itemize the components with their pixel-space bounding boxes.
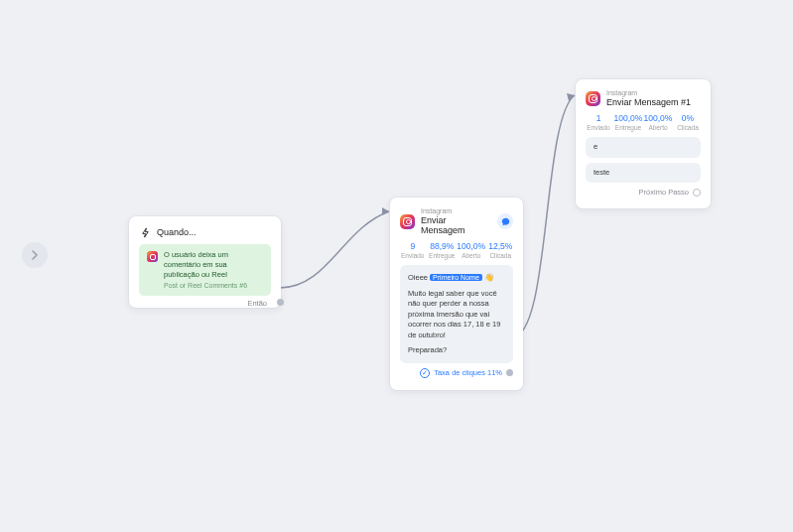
expand-sidebar-button[interactable] — [22, 242, 48, 268]
lightning-icon — [139, 226, 151, 238]
msg-text: e — [594, 142, 597, 151]
instagram-icon — [400, 214, 415, 229]
message-bubble[interactable]: teste — [586, 163, 701, 184]
instagram-icon — [147, 251, 158, 262]
stats-row: 9Enviado 88,9%Entregue 100,0%Aberto 12,5… — [398, 241, 515, 259]
trigger-condition-pill[interactable]: O usuário deixa um comentário em sua pub… — [139, 244, 271, 296]
node-title: Enviar Mensagem #1 — [606, 97, 691, 107]
output-handle[interactable] — [277, 299, 284, 306]
msg-greeting: Oieee — [408, 273, 430, 282]
output-label: Então — [247, 299, 267, 308]
svg-marker-0 — [382, 207, 389, 215]
node-subtitle: Instagram — [606, 89, 691, 96]
message-bubble[interactable]: e — [586, 137, 701, 158]
trigger-condition-sub: Post or Reel Comments #6 — [164, 281, 263, 290]
msg-body: Muito legal saber que você não quer perd… — [408, 289, 505, 341]
msg-question: Preparada? — [408, 345, 505, 356]
msg-text: teste — [594, 168, 609, 177]
click-rate-link[interactable]: Taxa de cliques 11% — [434, 368, 502, 377]
stat-sent: 9Enviado — [398, 241, 428, 259]
stats-row: 1Enviado 100,0%Entregue 100,0%Aberto 0%C… — [584, 113, 703, 131]
message-bubble[interactable]: Oieee Primeiro Nome 👋 Muito legal saber … — [400, 265, 513, 363]
output-handle[interactable] — [693, 189, 701, 197]
node-title: Quando... — [157, 227, 197, 237]
first-name-chip: Primeiro Nome — [430, 274, 482, 281]
stat-opened: 100,0%Aberto — [457, 241, 486, 259]
svg-marker-1 — [567, 93, 575, 101]
stat-delivered: 88,9%Entregue — [428, 241, 458, 259]
next-step-label: Próximo Passo — [639, 188, 689, 197]
stat-opened: 100,0%Aberto — [643, 113, 673, 131]
stat-delivered: 100,0%Entregue — [613, 113, 643, 131]
send-message-node[interactable]: Instagram Enviar Mensagem 9Enviado 88,9%… — [390, 198, 523, 390]
trigger-node[interactable]: Quando... O usuário deixa um comentário … — [129, 216, 281, 308]
instagram-icon — [586, 91, 600, 106]
send-message-node-2[interactable]: Instagram Enviar Mensagem #1 1Enviado 10… — [576, 79, 711, 208]
chat-icon — [497, 213, 513, 229]
node-subtitle: Instagram — [421, 207, 491, 214]
output-handle[interactable] — [506, 369, 513, 376]
stat-clicked: 0%Clicada — [673, 113, 703, 131]
wave-emoji-icon: 👋 — [484, 273, 494, 282]
stat-clicked: 12,5%Clicada — [486, 241, 516, 259]
stat-sent: 1Enviado — [584, 113, 613, 131]
trigger-condition-text: O usuário deixa um comentário em sua pub… — [164, 250, 228, 279]
flow-canvas[interactable]: Quando... O usuário deixa um comentário … — [0, 0, 793, 532]
check-icon: ✓ — [420, 368, 430, 378]
node-title: Enviar Mensagem — [421, 215, 491, 235]
